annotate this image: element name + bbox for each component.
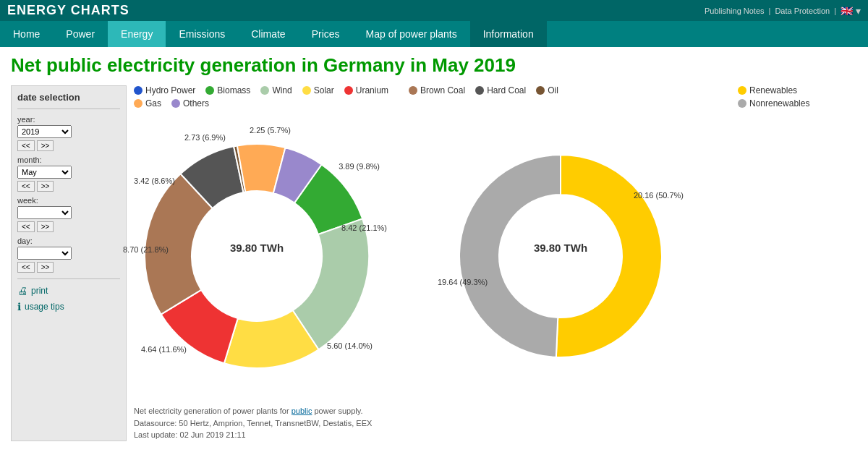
seg-label-others: 2.25 (5.7%) (250, 126, 291, 135)
year-select[interactable]: 201520162017201820192020 (17, 125, 72, 138)
wind-label: Wind (272, 85, 292, 95)
browncoal-dot (409, 86, 417, 95)
seg-label-browncoal: 8.70 (21.8%) (123, 245, 169, 254)
brand-prefix: ENERGY (7, 3, 71, 17)
footer-line3: Last update: 02 Jun 2019 21:11 (134, 429, 857, 441)
top-bar: ENERGY CHARTS Publishing Notes | Data Pr… (0, 0, 868, 21)
day-next-btn[interactable]: >> (37, 262, 54, 273)
solar-label: Solar (314, 85, 334, 95)
footer-note: Net electricity generation of power plan… (134, 405, 857, 441)
donut-svg-2 (452, 119, 669, 393)
seg-label-renewables: 20.16 (50.7%) (634, 191, 684, 200)
browncoal-label: Brown Coal (420, 85, 465, 95)
others-dot (171, 99, 180, 108)
week-select[interactable] (17, 206, 72, 219)
seg-label-wind: 8.42 (21.1%) (341, 224, 387, 232)
wind-dot (260, 86, 269, 95)
oil-dot (536, 86, 545, 95)
day-prev-btn[interactable]: << (17, 262, 35, 273)
usage-tips-action[interactable]: ℹ usage tips (17, 301, 120, 312)
nav-energy[interactable]: Energy (108, 21, 166, 47)
year-next-btn[interactable]: >> (37, 140, 54, 151)
legends-row: Hydro Power Biomass Wind Solar (134, 85, 857, 114)
gas-dot (134, 99, 142, 108)
sidebar-title: date selection (17, 92, 120, 103)
month-next-btn[interactable]: >> (37, 181, 54, 192)
legend-nonrenewables: Nonrenewables (738, 98, 809, 109)
others-label: Others (183, 98, 209, 109)
day-row (17, 247, 120, 260)
seg-label-hardcoal: 3.42 (8.6%) (134, 176, 175, 185)
donut2-label: 39.80 TWh (534, 242, 587, 254)
nav-home[interactable]: Home (0, 21, 53, 47)
nav-information[interactable]: Information (470, 21, 547, 47)
data-protection-link[interactable]: Data Protection (775, 7, 830, 15)
main-nav: Home Power Energy Emissions Climate Pric… (0, 21, 868, 47)
page-title: Net public electricity generation in Ger… (11, 54, 857, 77)
hydro-label: Hydro Power (145, 85, 195, 95)
legend-browncoal: Brown Coal (409, 85, 465, 95)
hardcoal-dot (475, 86, 484, 95)
top-links: Publishing Notes | Data Protection | 🇬🇧 … (705, 5, 861, 17)
nav-prices[interactable]: Prices (299, 21, 353, 47)
seg-label-nonrenewables: 19.64 (49.3%) (438, 278, 488, 286)
publishing-notes-link[interactable]: Publishing Notes (705, 7, 765, 15)
renewables-dot (738, 86, 746, 95)
seg-label-biomass: 3.89 (9.8%) (339, 162, 380, 171)
solar-dot (302, 86, 311, 95)
nav-power[interactable]: Power (53, 21, 108, 47)
usage-label: usage tips (25, 302, 64, 312)
month-label: month: (17, 156, 120, 164)
nav-climate[interactable]: Climate (238, 21, 298, 47)
brand-suffix: CHARTS (71, 3, 129, 17)
year-label: year: (17, 115, 120, 124)
year-row: 201520162017201820192020 (17, 125, 120, 138)
month-select[interactable]: JanuaryFebruaryMarchAprilMayJuneJulyAugu… (17, 166, 72, 179)
donut-chart-summary: 39.80 TWh 20.16 (50.7%) 19.64 (49.3%) (452, 119, 669, 393)
month-prev-btn[interactable]: << (17, 181, 35, 192)
public-link[interactable]: public (292, 407, 312, 415)
legend-solar: Solar (302, 85, 334, 95)
legend-summary: Renewables Nonrenewables (738, 85, 857, 109)
sep1: | (769, 7, 771, 15)
legend-gas: Gas (134, 98, 161, 109)
hardcoal-label: Hard Coal (487, 85, 526, 95)
day-select[interactable] (17, 247, 72, 260)
flag-icon[interactable]: 🇬🇧 ▾ (841, 5, 861, 17)
gas-label: Gas (145, 98, 161, 109)
brand-logo: ENERGY CHARTS (7, 3, 129, 18)
seg-label-uranium: 4.64 (11.6%) (141, 345, 187, 354)
content-area: date selection year: 2015201620172018201… (11, 85, 857, 441)
biomass-label: Biomass (217, 85, 250, 95)
day-nav-row: << >> (17, 262, 120, 273)
print-action[interactable]: 🖨 print (17, 285, 120, 297)
seg-label-solar: 5.60 (14.0%) (327, 341, 373, 350)
uranium-label: Uranium (356, 85, 388, 95)
legend-hardcoal: Hard Coal (475, 85, 526, 95)
legend-wind: Wind (260, 85, 292, 95)
nav-map[interactable]: Map of power plants (353, 21, 470, 47)
seg-label-gas: 2.73 (6.9%) (184, 133, 226, 142)
legend-others: Others (171, 98, 209, 109)
day-label: day: (17, 237, 120, 245)
week-nav-row: << >> (17, 221, 120, 232)
legend-biomass: Biomass (205, 85, 250, 95)
week-prev-btn[interactable]: << (17, 221, 35, 232)
month-nav-row: << >> (17, 181, 120, 192)
legend-oil: Oil (536, 85, 558, 95)
legend-renewables: Renewables (738, 85, 797, 95)
year-prev-btn[interactable]: << (17, 140, 35, 151)
info-icon: ℹ (17, 301, 21, 312)
footer-line2: Datasource: 50 Hertz, Amprion, Tennet, T… (134, 417, 857, 430)
legend-uranium: Uranium (344, 85, 388, 95)
week-row (17, 206, 120, 219)
year-nav-row: << >> (17, 140, 120, 151)
print-label: print (31, 286, 48, 296)
charts-area: Hydro Power Biomass Wind Solar (134, 85, 857, 441)
week-next-btn[interactable]: >> (37, 221, 54, 232)
print-icon: 🖨 (17, 285, 27, 297)
nav-emissions[interactable]: Emissions (166, 21, 238, 47)
legend-detail: Hydro Power Biomass Wind Solar (134, 85, 564, 109)
oil-label: Oil (548, 85, 558, 95)
main-content: Net public electricity generation in Ger… (0, 47, 868, 448)
